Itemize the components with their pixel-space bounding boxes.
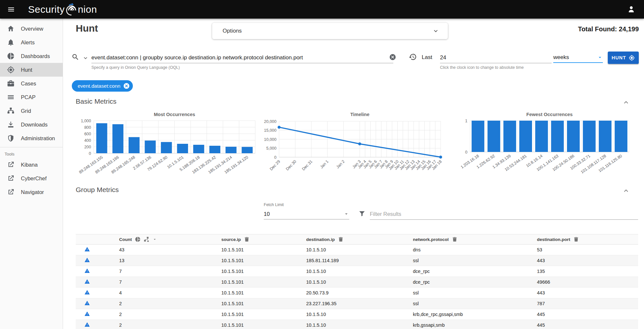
trash-icon[interactable] bbox=[244, 236, 250, 242]
caret-down-icon[interactable] bbox=[152, 237, 157, 242]
duration-input[interactable] bbox=[440, 52, 552, 63]
column-header-destination-port[interactable]: destination.port bbox=[537, 236, 638, 242]
caret-down-icon bbox=[597, 54, 603, 60]
sidebar-tool-cyberchef[interactable]: CyberChef bbox=[0, 172, 63, 185]
pie-chart-icon[interactable] bbox=[135, 236, 141, 242]
sidebar-item-label: Grid bbox=[21, 108, 31, 114]
download-icon bbox=[7, 121, 15, 128]
basic-metrics-collapse-icon[interactable] bbox=[622, 98, 630, 106]
column-header-destination-ip[interactable]: destination.ip bbox=[306, 236, 413, 242]
trash-icon[interactable] bbox=[338, 236, 344, 242]
timeline-chart[interactable]: Timeline05,00010,00015,00020,000Dec 29De… bbox=[268, 111, 446, 181]
sidebar-item-dashboards[interactable]: Dashboards bbox=[0, 49, 63, 63]
sidebar-item-hunt[interactable]: Hunt bbox=[0, 63, 63, 77]
user-icon[interactable] bbox=[627, 5, 636, 13]
table-row[interactable]: 710.1.5.10110.1.5.10dce_rpc135 bbox=[76, 266, 638, 277]
table-cell: 2 bbox=[119, 301, 221, 306]
table-cell: dce_rpc bbox=[413, 279, 537, 285]
table-cell: krb,dce_rpc,gssapi,smb bbox=[413, 312, 537, 317]
data-point bbox=[439, 156, 442, 158]
svg-text:0: 0 bbox=[89, 151, 91, 156]
sidebar-item-cases[interactable]: Cases bbox=[0, 77, 63, 90]
crosshair-icon bbox=[7, 66, 15, 74]
group-metrics-title: Group Metrics bbox=[76, 186, 119, 194]
time-range-label: Last bbox=[422, 54, 432, 61]
svg-text:5,000: 5,000 bbox=[266, 146, 276, 151]
options-expander[interactable]: Options bbox=[212, 23, 448, 39]
svg-text:200: 200 bbox=[84, 145, 91, 149]
warning-icon[interactable] bbox=[84, 268, 90, 274]
table-row[interactable]: 410.1.5.10120.50.73.9ssl443 bbox=[76, 288, 638, 298]
history-clock-icon[interactable] bbox=[409, 53, 417, 61]
table-row[interactable]: 210.1.5.10123.227.196.35ssl787 bbox=[76, 298, 638, 309]
group-metrics-collapse-icon[interactable] bbox=[622, 187, 630, 195]
duration-unit-select[interactable]: weeks bbox=[553, 52, 603, 63]
svg-text:Most Occurrences: Most Occurrences bbox=[154, 112, 195, 117]
bar bbox=[209, 146, 220, 153]
bar bbox=[112, 124, 123, 153]
trash-icon[interactable] bbox=[452, 236, 458, 242]
column-header-network-protocol[interactable]: network.protocol bbox=[413, 236, 537, 242]
warning-icon[interactable] bbox=[84, 247, 90, 252]
sidebar-tool-navigator[interactable]: Navigator bbox=[0, 185, 63, 199]
menu-icon[interactable] bbox=[7, 6, 15, 13]
warning-icon[interactable] bbox=[84, 322, 90, 327]
table-cell: dns bbox=[413, 247, 537, 252]
table-cell: 10.1.5.101 bbox=[221, 290, 306, 295]
bar bbox=[161, 142, 172, 154]
table-cell: 10.1.5.10 bbox=[306, 279, 413, 285]
table-row[interactable]: 210.1.5.10110.1.5.10krb,dce_rpc,gssapi,s… bbox=[76, 309, 638, 320]
table-row[interactable]: 1310.1.5.101185.81.114.189ssl443 bbox=[76, 255, 638, 266]
table-cell: ssl bbox=[413, 258, 537, 263]
column-header-source-ip[interactable]: source.ip bbox=[221, 236, 306, 242]
bar bbox=[503, 121, 516, 152]
table-row[interactable]: 4310.1.5.10110.1.5.10dns53 bbox=[76, 245, 638, 255]
hunt-button[interactable]: HUNT bbox=[608, 52, 639, 64]
svg-text:Dec 31: Dec 31 bbox=[301, 159, 313, 172]
warning-icon[interactable] bbox=[84, 290, 90, 295]
trash-icon[interactable] bbox=[573, 236, 579, 242]
options-label: Options bbox=[223, 28, 242, 34]
svg-text:Dec 29: Dec 29 bbox=[269, 159, 281, 172]
svg-text:Jan 1: Jan 1 bbox=[319, 159, 329, 169]
svg-text:1: 1 bbox=[465, 119, 467, 123]
warning-icon[interactable] bbox=[84, 257, 90, 263]
bar bbox=[145, 141, 156, 153]
table-cell: 13 bbox=[119, 258, 221, 263]
sidebar-tool-kibana[interactable]: Kibana bbox=[0, 158, 63, 172]
filter-results-input[interactable] bbox=[370, 209, 638, 220]
clear-query-icon[interactable] bbox=[389, 53, 396, 61]
table-cell: 2 bbox=[119, 322, 221, 328]
svg-text:15,000: 15,000 bbox=[264, 128, 276, 133]
fetch-limit-select[interactable]: 10 bbox=[264, 209, 349, 219]
column-header-Count[interactable]: Count bbox=[119, 236, 221, 242]
sidebar-item-alerts[interactable]: Alerts bbox=[0, 36, 63, 49]
bar bbox=[177, 144, 188, 153]
query-dropdown-caret-icon[interactable] bbox=[82, 55, 89, 61]
table-cell: 10.1.5.10 bbox=[306, 312, 413, 317]
graph-icon[interactable] bbox=[144, 236, 149, 242]
warning-icon[interactable] bbox=[84, 279, 90, 284]
sidebar-item-pcap[interactable]: PCAP bbox=[0, 90, 63, 104]
query-input[interactable] bbox=[91, 52, 393, 63]
sidebar-item-administration[interactable]: Administration bbox=[0, 131, 63, 145]
table-row[interactable]: 210.1.5.10110.1.5.10krb,gssapi,smb445 bbox=[76, 320, 638, 329]
table-cell: 10.1.5.10 bbox=[306, 322, 413, 328]
sidebar-item-grid[interactable]: Grid bbox=[0, 104, 63, 118]
table-cell: 10.1.5.10 bbox=[306, 269, 413, 274]
remove-filter-icon[interactable] bbox=[123, 82, 130, 89]
filter-icon bbox=[358, 210, 366, 217]
warning-icon[interactable] bbox=[84, 300, 90, 306]
bar bbox=[193, 145, 204, 153]
bar bbox=[567, 121, 580, 152]
total-found: Total Found: 24,199 bbox=[578, 25, 639, 33]
sidebar-item-overview[interactable]: Overview bbox=[0, 22, 63, 36]
onion-spiral-icon bbox=[65, 3, 77, 16]
most-occurrences-chart[interactable]: Most Occurrences02004006008001,00089.248… bbox=[76, 111, 268, 181]
warning-icon[interactable] bbox=[84, 311, 90, 317]
table-row[interactable]: 710.1.5.10110.1.5.10dce_rpc49666 bbox=[76, 277, 638, 288]
filter-chip[interactable]: event.dataset:conn bbox=[72, 80, 133, 92]
sidebar-item-label: Overview bbox=[21, 26, 43, 32]
sidebar-item-downloads[interactable]: Downloads bbox=[0, 118, 63, 131]
fewest-occurrences-chart[interactable]: Fewest Occurrences011.203.16.181.226.62.… bbox=[457, 111, 644, 181]
